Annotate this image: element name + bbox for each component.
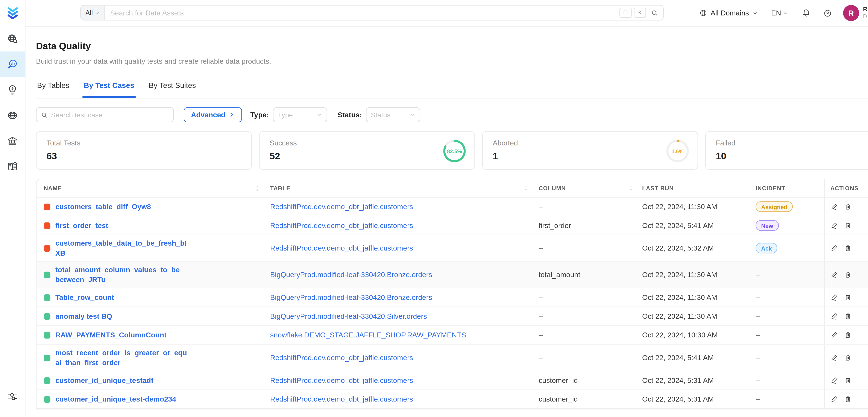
table-asset-link[interactable]: RedshiftProd.dev.demo_dbt_jaffle.custome… <box>270 353 413 362</box>
delete-icon[interactable] <box>844 377 852 385</box>
delete-icon[interactable] <box>844 202 852 211</box>
delete-icon[interactable] <box>844 312 852 320</box>
edit-icon[interactable] <box>831 312 839 320</box>
incident-badge: New <box>755 220 778 231</box>
test-name-link[interactable]: total_amount_column_values_to_be_between… <box>55 265 187 285</box>
table-row: first_order_test RedshiftProd.dev.demo_d… <box>36 216 868 235</box>
edit-icon[interactable] <box>831 354 839 362</box>
chevron-down-icon <box>752 10 758 16</box>
test-name-link[interactable]: customer_id_unique_test-demo234 <box>55 394 176 404</box>
edit-icon[interactable] <box>831 221 839 230</box>
table-cell: BigQueryProd.modified-leaf-330420.Silver… <box>267 307 535 325</box>
delete-icon[interactable] <box>844 221 852 230</box>
help-icon[interactable] <box>823 8 832 18</box>
sidebar <box>0 0 26 417</box>
table-asset-link[interactable]: RedshiftProd.dev.demo_dbt_jaffle.custome… <box>270 221 413 230</box>
edit-icon[interactable] <box>831 202 839 211</box>
last-run-cell: Oct 22, 2024, 5:31 AM <box>640 390 753 409</box>
app-logo[interactable] <box>0 0 25 26</box>
edit-icon[interactable] <box>831 271 839 279</box>
global-search-input[interactable] <box>104 8 619 17</box>
test-case-search-input[interactable] <box>48 111 173 119</box>
avatar[interactable]: R <box>843 5 859 21</box>
delete-icon[interactable] <box>844 395 852 404</box>
edit-icon[interactable] <box>831 244 839 253</box>
name-cell: first_order_test <box>36 216 266 234</box>
column-empty: -- <box>538 202 543 211</box>
test-name-link[interactable]: customers_table_data_to_be_fresh_bIXB <box>55 238 187 258</box>
edit-icon[interactable] <box>831 331 839 339</box>
table-asset-link[interactable]: snowflake.DEMO_STAGE.JAFFLE_SHOP.RAW_PAY… <box>270 330 466 340</box>
search-icon[interactable] <box>651 9 658 17</box>
user-name: R <box>863 6 868 13</box>
test-name-link[interactable]: most_recent_order_is_greater_or_equal_th… <box>55 348 187 368</box>
status-filter-select[interactable]: Status <box>366 107 420 122</box>
test-name-link[interactable]: Table_row_count <box>55 293 114 302</box>
column-header-label: Column <box>538 185 566 191</box>
status-passed-square <box>44 294 51 301</box>
delete-icon[interactable] <box>844 244 852 253</box>
language-dropdown[interactable]: EN <box>771 9 788 17</box>
table-asset-link[interactable]: BigQueryProd.modified-leaf-330420.Bronze… <box>270 293 432 302</box>
name-cell: anomaly test BQ <box>36 307 266 325</box>
delete-icon[interactable] <box>844 271 852 279</box>
globe-search-icon <box>7 33 18 44</box>
test-name-link[interactable]: first_order_test <box>55 221 108 230</box>
last-run-cell: Oct 22, 2024, 11:30 AM <box>640 262 753 288</box>
incident-empty: -- <box>755 312 760 320</box>
table-asset-link[interactable]: RedshiftProd.dev.demo_dbt_jaffle.custome… <box>270 243 413 253</box>
sidebar-item-0[interactable] <box>0 26 25 52</box>
edit-icon[interactable] <box>831 377 839 385</box>
delete-icon[interactable] <box>844 293 852 301</box>
last-run-cell: Oct 22, 2024, 5:32 AM <box>640 235 753 261</box>
type-filter-select[interactable]: Type <box>273 107 327 122</box>
table-body: customers_table_diff_Oyw8 RedshiftProd.d… <box>36 198 868 409</box>
last-run-value: Oct 22, 2024, 10:30 AM <box>642 331 718 339</box>
column-header-actions: Actions <box>824 179 868 197</box>
edit-icon[interactable] <box>831 395 839 404</box>
sidebar-item-settings[interactable] <box>0 384 25 410</box>
actions-cell <box>824 198 868 216</box>
status-failed-square <box>44 222 51 229</box>
delete-icon[interactable] <box>844 331 852 339</box>
tab-by-test-cases[interactable]: By Test Cases <box>83 81 135 98</box>
table-asset-link[interactable]: BigQueryProd.modified-leaf-330420.Bronze… <box>270 270 432 280</box>
sort-icon[interactable] <box>255 185 260 192</box>
sidebar-item-1[interactable] <box>0 52 25 77</box>
sidebar-item-3[interactable] <box>0 102 25 128</box>
table-cell: RedshiftProd.dev.demo_dbt_jaffle.custome… <box>267 390 535 409</box>
table-asset-link[interactable]: BigQueryProd.modified-leaf-330420.Silver… <box>270 312 427 321</box>
last-run-cell: Oct 22, 2024, 5:41 AM <box>640 216 753 234</box>
sidebar-item-4[interactable] <box>0 128 25 153</box>
name-cell: RAW_PAYMENTS_ColumnCount <box>36 326 266 344</box>
main-area: All ⌘ K All Domains EN <box>25 0 868 417</box>
sort-icon[interactable] <box>524 185 528 192</box>
sidebar-item-5[interactable] <box>0 153 25 179</box>
global-search: All ⌘ K <box>80 5 664 20</box>
shortcut-k-key: K <box>634 8 646 18</box>
domains-dropdown[interactable]: All Domains <box>699 9 758 17</box>
test-name-link[interactable]: anomaly test BQ <box>55 312 112 321</box>
advanced-filter-button[interactable]: Advanced <box>184 107 242 122</box>
search-scope-dropdown[interactable]: All <box>81 6 105 20</box>
table-asset-link[interactable]: RedshiftProd.dev.demo_dbt_jaffle.custome… <box>270 394 413 404</box>
tab-by-test-suites[interactable]: By Test Suites <box>148 81 197 98</box>
delete-icon[interactable] <box>844 354 852 362</box>
test-name-link[interactable]: customers_table_diff_Oyw8 <box>55 202 151 212</box>
test-name-link[interactable]: customer_id_unique_testadf <box>55 376 153 385</box>
column-cell: -- <box>535 198 640 216</box>
status-passed-square <box>44 332 51 339</box>
incident-empty: -- <box>755 395 760 404</box>
edit-icon[interactable] <box>831 293 839 301</box>
tab-by-tables[interactable]: By Tables <box>36 81 71 98</box>
table-asset-link[interactable]: RedshiftProd.dev.demo_dbt_jaffle.custome… <box>270 376 413 385</box>
sort-icon[interactable] <box>629 185 633 192</box>
notifications-bell-icon[interactable] <box>802 8 811 18</box>
status-passed-square <box>44 313 51 320</box>
test-name-link[interactable]: RAW_PAYMENTS_ColumnCount <box>55 330 166 340</box>
success-donut-chart: 82.5% <box>442 139 467 163</box>
table-asset-link[interactable]: RedshiftProd.dev.demo_dbt_jaffle.custome… <box>270 202 413 212</box>
last-run-value: Oct 22, 2024, 5:31 AM <box>642 395 714 404</box>
sidebar-item-2[interactable] <box>0 77 25 102</box>
name-cell: customer_id_unique_test-demo234 <box>36 390 266 409</box>
